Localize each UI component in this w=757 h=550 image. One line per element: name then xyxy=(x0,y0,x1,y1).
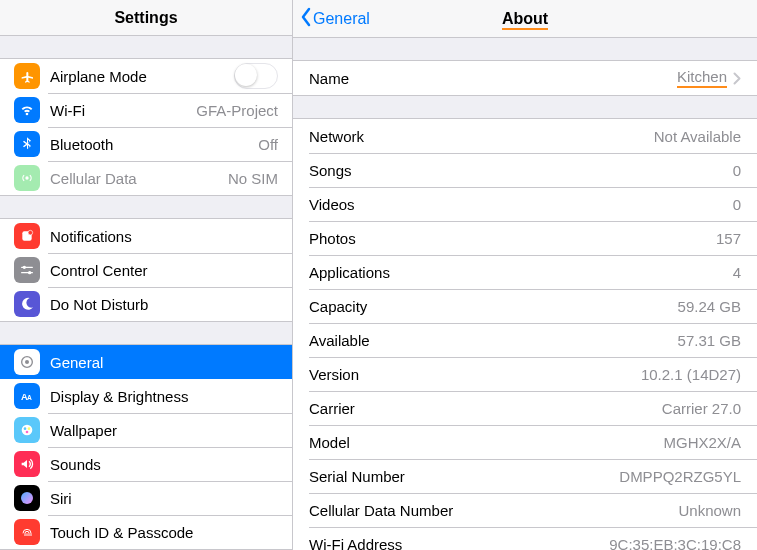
sidebar-item-label: Cellular Data xyxy=(50,170,228,187)
airplane-switch[interactable] xyxy=(234,63,278,89)
info-row: Applications4 xyxy=(293,255,757,289)
bluetooth-icon xyxy=(14,131,40,157)
sidebar-item-wifi[interactable]: Wi-FiGFA-Project xyxy=(0,93,292,127)
info-label: Serial Number xyxy=(309,468,619,485)
info-row: Capacity59.24 GB xyxy=(293,289,757,323)
sidebar-item-cellular[interactable]: Cellular DataNo SIM xyxy=(0,161,292,195)
name-group: Name Kitchen xyxy=(293,60,757,96)
sidebar-group: GeneralAADisplay & BrightnessWallpaperSo… xyxy=(0,344,292,550)
sidebar-item-label: Siri xyxy=(50,490,278,507)
sidebar-group: NotificationsControl CenterDo Not Distur… xyxy=(0,218,292,322)
svg-text:A: A xyxy=(27,394,32,401)
info-row: Version10.2.1 (14D27) xyxy=(293,357,757,391)
chevron-right-icon xyxy=(733,72,741,85)
wifi-icon xyxy=(14,97,40,123)
info-label: Photos xyxy=(309,230,716,247)
sidebar-item-controlcenter[interactable]: Control Center xyxy=(0,253,292,287)
info-value: 4 xyxy=(733,264,741,281)
display-icon: AA xyxy=(14,383,40,409)
info-value: 9C:35:EB:3C:19:C8 xyxy=(609,536,741,551)
sidebar-item-airplane[interactable]: Airplane Mode xyxy=(0,59,292,93)
info-label: Songs xyxy=(309,162,733,179)
info-label: Version xyxy=(309,366,641,383)
cellular-icon xyxy=(14,165,40,191)
info-value: Carrier 27.0 xyxy=(662,400,741,417)
sidebar-title: Settings xyxy=(114,9,177,27)
info-value: 10.2.1 (14D27) xyxy=(641,366,741,383)
info-value: MGHX2X/A xyxy=(663,434,741,451)
sidebar-item-label: Notifications xyxy=(50,228,278,245)
svg-point-11 xyxy=(22,425,33,436)
detail-title: About xyxy=(502,10,548,30)
svg-point-15 xyxy=(21,492,33,504)
sidebar-item-dnd[interactable]: Do Not Disturb xyxy=(0,287,292,321)
sidebar-item-value: No SIM xyxy=(228,170,278,187)
sidebar-item-sounds[interactable]: Sounds xyxy=(0,447,292,481)
sounds-icon xyxy=(14,451,40,477)
info-label: Carrier xyxy=(309,400,662,417)
info-row: ModelMGHX2X/A xyxy=(293,425,757,459)
info-label: Model xyxy=(309,434,663,451)
sidebar-item-notifications[interactable]: Notifications xyxy=(0,219,292,253)
sidebar-item-value: GFA-Project xyxy=(196,102,278,119)
svg-point-6 xyxy=(28,271,31,274)
info-label: Available xyxy=(309,332,678,349)
svg-point-13 xyxy=(28,427,31,430)
general-icon xyxy=(14,349,40,375)
detail-pane: General About Name Kitchen NetworkNot Av… xyxy=(293,0,757,550)
siri-icon xyxy=(14,485,40,511)
touchid-icon xyxy=(14,519,40,545)
info-value: 157 xyxy=(716,230,741,247)
controlcenter-icon xyxy=(14,257,40,283)
name-label: Name xyxy=(309,70,677,87)
sidebar-item-label: General xyxy=(50,354,278,371)
info-value: 59.24 GB xyxy=(678,298,741,315)
info-row: Cellular Data NumberUnknown xyxy=(293,493,757,527)
sidebar-item-label: Wallpaper xyxy=(50,422,278,439)
wallpaper-icon xyxy=(14,417,40,443)
name-row[interactable]: Name Kitchen xyxy=(293,61,757,95)
sidebar-item-label: Do Not Disturb xyxy=(50,296,278,313)
dnd-icon xyxy=(14,291,40,317)
sidebar-item-label: Touch ID & Passcode xyxy=(50,524,278,541)
info-row: Photos157 xyxy=(293,221,757,255)
sidebar-item-bluetooth[interactable]: BluetoothOff xyxy=(0,127,292,161)
back-button[interactable]: General xyxy=(293,7,370,31)
info-label: Capacity xyxy=(309,298,678,315)
info-label: Applications xyxy=(309,264,733,281)
sidebar-item-label: Wi-Fi xyxy=(50,102,196,119)
info-row: Available57.31 GB xyxy=(293,323,757,357)
svg-point-2 xyxy=(28,230,33,235)
airplane-icon xyxy=(14,63,40,89)
svg-point-12 xyxy=(24,427,27,430)
detail-body[interactable]: Name Kitchen NetworkNot AvailableSongs0V… xyxy=(293,38,757,550)
info-group: NetworkNot AvailableSongs0Videos0Photos1… xyxy=(293,118,757,550)
info-row: Videos0 xyxy=(293,187,757,221)
settings-sidebar: Settings Airplane ModeWi-FiGFA-ProjectBl… xyxy=(0,0,293,550)
info-row: Songs0 xyxy=(293,153,757,187)
info-row: Wi-Fi Address9C:35:EB:3C:19:C8 xyxy=(293,527,757,550)
name-value: Kitchen xyxy=(677,68,727,88)
info-value: 0 xyxy=(733,196,741,213)
sidebar-item-label: Airplane Mode xyxy=(50,68,234,85)
info-value: Not Available xyxy=(654,128,741,145)
sidebar-item-wallpaper[interactable]: Wallpaper xyxy=(0,413,292,447)
chevron-left-icon xyxy=(299,7,313,31)
sidebar-header: Settings xyxy=(0,0,292,36)
sidebar-item-label: Bluetooth xyxy=(50,136,258,153)
info-row: Serial NumberDMPPQ2RZG5YL xyxy=(293,459,757,493)
info-row: NetworkNot Available xyxy=(293,119,757,153)
info-value: 57.31 GB xyxy=(678,332,741,349)
sidebar-item-display[interactable]: AADisplay & Brightness xyxy=(0,379,292,413)
svg-point-4 xyxy=(23,266,26,269)
sidebar-item-general[interactable]: General xyxy=(0,345,292,379)
info-label: Cellular Data Number xyxy=(309,502,678,519)
sidebar-item-siri[interactable]: Siri xyxy=(0,481,292,515)
sidebar-item-touchid[interactable]: Touch ID & Passcode xyxy=(0,515,292,549)
info-value: Unknown xyxy=(678,502,741,519)
info-label: Videos xyxy=(309,196,733,213)
info-label: Network xyxy=(309,128,654,145)
info-label: Wi-Fi Address xyxy=(309,536,609,551)
info-value: DMPPQ2RZG5YL xyxy=(619,468,741,485)
sidebar-item-label: Sounds xyxy=(50,456,278,473)
